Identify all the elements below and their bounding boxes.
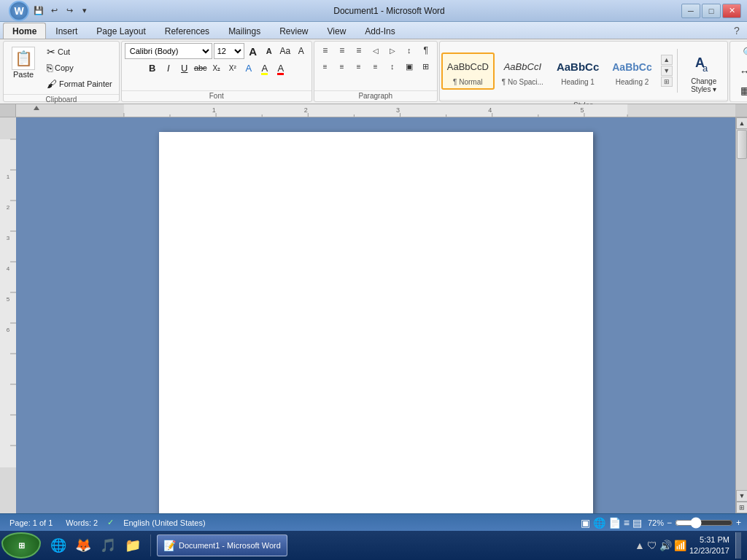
view-print-button[interactable]: 📄 <box>608 517 621 529</box>
redo-quick-btn[interactable]: ↪ <box>63 4 76 18</box>
quick-access-toolbar: 💾 ↩ ↪ ▾ <box>32 4 91 18</box>
underline-button[interactable]: U <box>177 61 192 75</box>
start-label: ⊞ <box>18 541 25 551</box>
tab-page-layout[interactable]: Page Layout <box>87 23 155 39</box>
font-color-button[interactable]: A <box>274 61 288 75</box>
restore-button[interactable]: □ <box>702 4 721 18</box>
replace-button[interactable]: ↔ Replace <box>735 63 747 79</box>
view-outline-button[interactable]: ≡ <box>624 517 630 529</box>
tab-references[interactable]: References <box>155 23 219 39</box>
numbering-button[interactable]: ≡ <box>334 43 350 58</box>
tab-insert[interactable]: Insert <box>46 23 87 39</box>
strikethrough-button[interactable]: abc <box>193 61 208 75</box>
subscript-button[interactable]: X₂ <box>209 61 224 75</box>
scroll-bottom-button[interactable]: ⊞ <box>736 502 747 513</box>
bold-button[interactable]: B <box>145 61 160 75</box>
page-info[interactable]: Page: 1 of 1 <box>6 517 56 529</box>
tab-addins[interactable]: Add-Ins <box>355 23 404 39</box>
align-center-button[interactable]: ≡ <box>334 59 350 74</box>
copy-icon: ⎘ <box>47 62 53 74</box>
svg-text:6: 6 <box>7 327 10 333</box>
minimize-button[interactable]: ─ <box>681 4 700 18</box>
vertical-scrollbar: ▲ ▼ ⊞ <box>735 117 747 513</box>
view-web-button[interactable]: 🌐 <box>593 517 605 529</box>
multilevel-button[interactable]: ≡ <box>351 43 367 58</box>
select-button[interactable]: ▦ Select ▾ <box>735 82 747 98</box>
svg-text:4: 4 <box>488 106 492 114</box>
style-no-spacing[interactable]: AaBbCcI ¶ No Spaci... <box>496 52 549 90</box>
words-info[interactable]: Words: 2 <box>62 517 101 529</box>
undo-quick-btn[interactable]: ↩ <box>47 4 61 18</box>
align-right-button[interactable]: ≡ <box>351 59 367 74</box>
styles-group: AaBbCcD ¶ Normal AaBbCcI ¶ No Spaci... A… <box>439 41 728 102</box>
close-button[interactable]: ✕ <box>722 4 741 18</box>
style-heading1[interactable]: AaBbCc Heading 1 <box>551 52 605 90</box>
show-desktop-button[interactable] <box>735 532 741 559</box>
customize-quick-btn[interactable]: ▾ <box>78 4 91 18</box>
sort-button[interactable]: ↕ <box>401 43 417 58</box>
document-area[interactable] <box>16 117 735 513</box>
font-size-select[interactable]: 12 <box>214 43 244 59</box>
shading-button[interactable]: ▣ <box>401 59 417 74</box>
styles-more[interactable]: ⊞ <box>661 77 673 87</box>
view-draft-button[interactable]: ▤ <box>632 517 642 529</box>
zoom-slider[interactable] <box>675 518 733 527</box>
cut-button[interactable]: ✂ Cut <box>43 44 116 59</box>
italic-button[interactable]: I <box>161 61 176 75</box>
taskbar-firefox-icon[interactable]: 🦊 <box>71 534 95 557</box>
text-effect-button[interactable]: A <box>241 61 256 75</box>
tray-volume-icon[interactable]: 🔊 <box>659 540 672 551</box>
tab-mailings[interactable]: Mailings <box>219 23 270 39</box>
change-styles-button[interactable]: A a ChangeStyles ▾ <box>682 44 726 97</box>
tray-security-icon[interactable]: 🛡 <box>647 540 657 551</box>
align-left-button[interactable]: ≡ <box>317 59 333 74</box>
tab-review[interactable]: Review <box>270 23 317 39</box>
decrease-indent-button[interactable]: ◁ <box>368 43 384 58</box>
clear-format-button[interactable]: A <box>294 44 309 58</box>
clock[interactable]: 5:31 PM 12/23/2017 <box>689 534 729 557</box>
tray-network-icon[interactable]: 📶 <box>674 540 686 551</box>
start-button[interactable]: ⊞ <box>1 532 41 559</box>
font-name-select[interactable]: Calibri (Body) <box>125 43 212 59</box>
bullets-button[interactable]: ≡ <box>317 43 333 58</box>
line-spacing-button[interactable]: ↕ <box>384 59 400 74</box>
view-normal-button[interactable]: ▣ <box>581 517 590 529</box>
taskbar-word-app[interactable]: 📝 Document1 - Microsoft Word <box>157 534 287 556</box>
document-page[interactable] <box>159 132 593 513</box>
scroll-thumb[interactable] <box>737 130 747 159</box>
increase-indent-button[interactable]: ▷ <box>384 43 400 58</box>
tray-arrow-icon[interactable]: ▲ <box>635 540 645 551</box>
zoom-out-button[interactable]: − <box>667 518 672 528</box>
styles-scroll-down[interactable]: ▼ <box>661 66 673 76</box>
justify-button[interactable]: ≡ <box>368 59 384 74</box>
help-button[interactable]: ? <box>729 23 744 39</box>
taskbar-ie-icon[interactable]: 🌐 <box>47 534 70 557</box>
paste-button[interactable]: 📋 Paste <box>7 44 40 81</box>
text-highlight-button[interactable]: A <box>258 61 272 75</box>
office-button[interactable]: W <box>9 1 29 21</box>
scroll-down-button[interactable]: ▼ <box>736 490 747 502</box>
superscript-button[interactable]: X² <box>225 61 240 75</box>
language-info[interactable]: English (United States) <box>120 517 209 529</box>
ruler-right-corner <box>735 104 747 117</box>
format-painter-button[interactable]: 🖌 Format Painter <box>43 77 116 91</box>
zoom-in-button[interactable]: + <box>736 518 741 528</box>
scroll-up-button[interactable]: ▲ <box>736 117 747 129</box>
grow-font-button[interactable]: A <box>246 44 260 58</box>
style-heading2[interactable]: AaBbCc Heading 2 <box>606 52 657 90</box>
style-normal[interactable]: AaBbCcD ¶ Normal <box>441 52 495 90</box>
taskbar-divider <box>150 534 151 556</box>
find-button[interactable]: 🔍 Find ▾ <box>738 44 747 61</box>
scroll-track[interactable] <box>736 129 747 490</box>
show-para-button[interactable]: ¶ <box>418 43 434 58</box>
taskbar-folder-icon[interactable]: 📁 <box>121 534 144 557</box>
tab-view[interactable]: View <box>318 23 356 39</box>
borders-button[interactable]: ⊞ <box>418 59 434 74</box>
change-case-button[interactable]: Aa <box>278 44 293 58</box>
copy-button[interactable]: ⎘ Copy <box>43 61 116 75</box>
taskbar-media-icon[interactable]: 🎵 <box>96 534 120 557</box>
styles-scroll-up[interactable]: ▲ <box>661 55 673 65</box>
shrink-font-button[interactable]: A <box>262 44 276 58</box>
save-quick-btn[interactable]: 💾 <box>32 4 45 18</box>
tab-home[interactable]: Home <box>3 23 46 39</box>
